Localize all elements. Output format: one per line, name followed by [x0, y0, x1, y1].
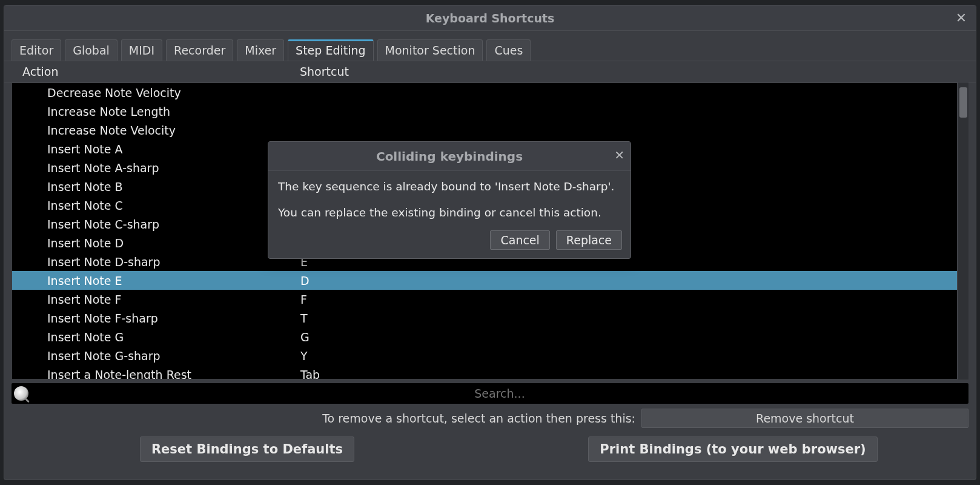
shortcut-cell: T: [300, 312, 957, 325]
column-header-shortcut[interactable]: Shortcut: [300, 65, 976, 78]
table-row[interactable]: Insert Note F-sharpT: [12, 309, 957, 327]
dialog-title: Colliding keybindings: [376, 149, 523, 164]
remove-shortcut-bar: To remove a shortcut, select an action t…: [4, 407, 976, 432]
search-input[interactable]: [31, 387, 968, 400]
search-icon: [14, 386, 28, 401]
shortcut-cell: D: [300, 274, 957, 287]
table-row[interactable]: Insert Note ED: [12, 271, 957, 290]
search-bar[interactable]: [12, 383, 968, 404]
tab-mixer[interactable]: Mixer: [237, 39, 284, 61]
action-cell: Insert Note E: [47, 274, 300, 287]
action-cell: Insert Note A: [47, 142, 300, 156]
action-cell: Decrease Note Velocity: [47, 86, 300, 99]
action-cell: Increase Note Velocity: [47, 124, 300, 137]
table-row[interactable]: Insert a Note-length RestTab: [12, 365, 957, 380]
action-cell: Increase Note Length: [47, 105, 300, 118]
tab-strip: Editor Global MIDI Recorder Mixer Step E…: [4, 31, 976, 61]
colliding-keybindings-dialog: Colliding keybindings ✕ The key sequence…: [268, 141, 631, 259]
column-header-action[interactable]: Action: [22, 65, 300, 78]
action-cell: Insert Note D: [47, 236, 300, 250]
action-cell: Insert Note A-sharp: [47, 161, 300, 175]
scrollbar[interactable]: [958, 82, 968, 380]
action-cell: Insert Note B: [47, 180, 300, 193]
action-cell: Insert Note F-sharp: [47, 312, 300, 325]
print-bindings-button[interactable]: Print Bindings (to your web browser): [588, 436, 877, 462]
replace-button[interactable]: Replace: [556, 230, 622, 250]
shortcut-cell: Y: [300, 349, 957, 363]
dialog-close-icon[interactable]: ✕: [614, 148, 624, 162]
cancel-button[interactable]: Cancel: [490, 230, 549, 250]
dialog-message-line2: You can replace the existing binding or …: [278, 206, 621, 221]
shortcut-cell: F: [300, 293, 957, 306]
tab-cues[interactable]: Cues: [486, 39, 531, 61]
reset-bindings-button[interactable]: Reset Bindings to Defaults: [140, 436, 354, 462]
tab-monitor-section[interactable]: Monitor Section: [377, 39, 483, 61]
scrollbar-thumb[interactable]: [959, 87, 967, 118]
tab-recorder[interactable]: Recorder: [166, 39, 233, 61]
remove-shortcut-label: To remove a shortcut, select an action t…: [322, 412, 635, 425]
tab-global[interactable]: Global: [65, 39, 118, 61]
table-row[interactable]: Insert Note G-sharpY: [12, 346, 957, 365]
titlebar: Keyboard Shortcuts ✕: [4, 5, 976, 31]
bottom-button-bar: Reset Bindings to Defaults Print Binding…: [4, 432, 976, 470]
close-icon[interactable]: ✕: [953, 9, 970, 26]
action-cell: Insert Note C-sharp: [47, 218, 300, 231]
table-row[interactable]: Decrease Note Velocity: [12, 83, 957, 102]
dialog-message-line1: The key sequence is already bound to 'In…: [278, 179, 621, 195]
shortcut-cell: Tab: [300, 368, 957, 380]
action-cell: Insert Note C: [47, 199, 300, 212]
column-headers: Action Shortcut: [4, 61, 976, 82]
dialog-button-row: Cancel Replace: [268, 227, 631, 258]
tab-step-editing[interactable]: Step Editing: [288, 39, 373, 61]
action-cell: Insert Note F: [47, 293, 300, 306]
shortcut-cell: G: [300, 330, 957, 344]
table-row[interactable]: Insert Note FF: [12, 290, 957, 309]
remove-shortcut-button[interactable]: Remove shortcut: [641, 409, 968, 428]
table-row[interactable]: Insert Note GG: [12, 327, 957, 346]
tab-editor[interactable]: Editor: [12, 39, 61, 61]
action-cell: Insert Note D-sharp: [47, 255, 300, 269]
action-cell: Insert a Note-length Rest: [47, 368, 300, 380]
dialog-titlebar: Colliding keybindings ✕: [268, 142, 631, 171]
dialog-body: The key sequence is already bound to 'In…: [268, 171, 631, 227]
table-row[interactable]: Increase Note Velocity: [12, 121, 957, 139]
action-cell: Insert Note G-sharp: [47, 349, 300, 363]
action-cell: Insert Note G: [47, 330, 300, 344]
table-row[interactable]: Increase Note Length: [12, 102, 957, 121]
tab-midi[interactable]: MIDI: [121, 39, 162, 61]
window-title: Keyboard Shortcuts: [426, 12, 555, 25]
